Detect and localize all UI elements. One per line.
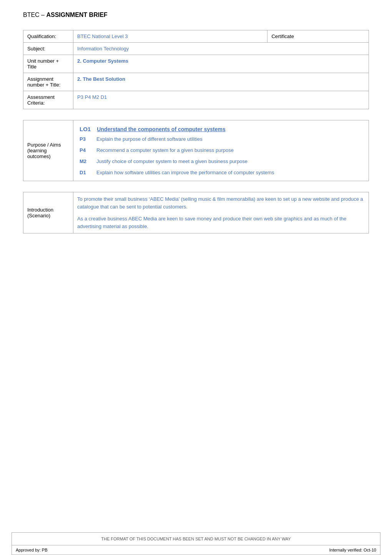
label-unit: Unit number + Title	[23, 55, 73, 73]
lo-table: Purpose / Aims (learning outcomes) LO1 U…	[23, 120, 369, 181]
table-row: Introduction (Scenario) To promote their…	[23, 192, 369, 233]
list-item: P4 Recommend a computer system for a giv…	[80, 147, 362, 153]
scenario-table: Introduction (Scenario) To promote their…	[23, 192, 369, 233]
lo-text-d1: Explain how software utilities can impro…	[96, 170, 274, 175]
scenario-content: To promote their small business ‘ABEC Me…	[73, 192, 369, 233]
lo-text-m2: Justify choice of computer system to mee…	[96, 158, 247, 164]
lo-heading-text: Understand the components of computer sy…	[97, 126, 226, 132]
lo-code-m2: M2	[80, 158, 90, 164]
footer-top-text: THE FORMAT OF THIS DOCUMENT HAS BEEN SET…	[12, 533, 380, 545]
lo-text-p4: Recommend a computer system for a given …	[96, 147, 234, 153]
table-row: Purpose / Aims (learning outcomes) LO1 U…	[23, 120, 369, 181]
list-item: M2 Justify choice of computer system to …	[80, 158, 362, 164]
table-row: Qualification: BTEC National Level 3 Cer…	[23, 30, 369, 43]
scenario-text: To promote their small business ‘ABEC Me…	[77, 195, 365, 230]
footer-verified: Internally verified: Oct-10	[329, 548, 376, 552]
value-criteria: P3 P4 M2 D1	[73, 91, 369, 109]
lo-heading: LO1 Understand the components of compute…	[80, 126, 362, 132]
info-table: Qualification: BTEC National Level 3 Cer…	[23, 30, 369, 109]
footer-bottom: Approved by: PB Internally verified: Oct…	[12, 545, 380, 555]
lo-items: P3 Explain the purpose of different soft…	[80, 136, 362, 175]
list-item: P3 Explain the purpose of different soft…	[80, 136, 362, 142]
label-subject: Subject:	[23, 43, 73, 55]
value-subject: Information Technology	[73, 43, 369, 55]
scenario-label: Introduction (Scenario)	[23, 192, 73, 233]
page-footer: THE FORMAT OF THIS DOCUMENT HAS BEEN SET…	[12, 532, 380, 555]
lo-code-d1: D1	[80, 170, 90, 175]
footer-approved: Approved by: PB	[16, 548, 48, 552]
lo-code-p3: P3	[80, 136, 90, 142]
label-qualification: Qualification:	[23, 30, 73, 43]
extra-qualification: Certificate	[267, 30, 369, 43]
lo-row-label: Purpose / Aims (learning outcomes)	[23, 120, 73, 181]
lo-code-p4: P4	[80, 147, 90, 153]
lo-heading-code: LO1	[80, 126, 91, 132]
label-criteria: Assessment Criteria:	[23, 91, 73, 109]
scenario-para-2: As a creative business ABEC Media are ke…	[77, 215, 365, 230]
value-qualification: BTEC National Level 3	[73, 30, 267, 43]
scenario-para-1: To promote their small business ‘ABEC Me…	[77, 195, 365, 210]
table-row: Subject: Information Technology	[23, 43, 369, 55]
table-row: Assessment Criteria: P3 P4 M2 D1	[23, 91, 369, 109]
value-unit: 2. Computer Systems	[73, 55, 369, 73]
lo-text-p3: Explain the purpose of different softwar…	[96, 136, 203, 142]
value-assignment: 2. The Best Solution	[73, 73, 369, 91]
page-title: BTEC – ASSIGNMENT BRIEF	[23, 12, 369, 18]
label-assignment: Assignment number + Title:	[23, 73, 73, 91]
lo-content: LO1 Understand the components of compute…	[73, 120, 369, 181]
list-item: D1 Explain how software utilities can im…	[80, 170, 362, 175]
table-row: Assignment number + Title: 2. The Best S…	[23, 73, 369, 91]
table-row: Unit number + Title 2. Computer Systems	[23, 55, 369, 73]
